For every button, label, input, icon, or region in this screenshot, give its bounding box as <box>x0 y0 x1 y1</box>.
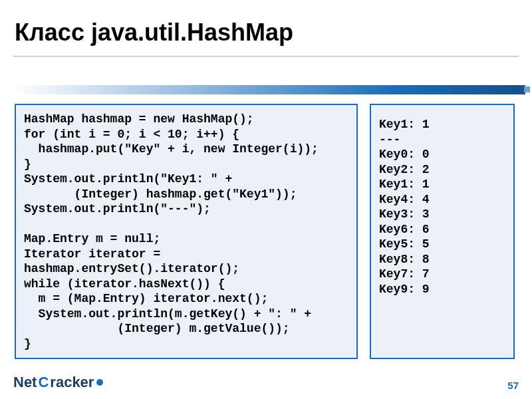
logo-net: Net <box>13 374 37 391</box>
footer: NetCracker 57 <box>13 374 519 391</box>
corner-square-icon <box>524 86 530 92</box>
output-block-right: Key1: 1 --- Key0: 0 Key2: 2 Key1: 1 Key4… <box>370 104 515 359</box>
gradient-bar <box>13 85 525 94</box>
slide: Класс java.util.HashMap HashMap hashmap … <box>0 0 532 399</box>
logo-c: C <box>38 374 49 391</box>
logo-dot-icon <box>96 379 103 386</box>
title-divider <box>13 56 519 57</box>
content-area: HashMap hashmap = new HashMap(); for (in… <box>15 104 515 359</box>
netcracker-logo: NetCracker <box>13 374 103 391</box>
page-number: 57 <box>507 380 519 391</box>
logo-cracker: racker <box>50 374 94 391</box>
code-block-left: HashMap hashmap = new HashMap(); for (in… <box>15 104 358 359</box>
slide-title: Класс java.util.HashMap <box>0 0 532 53</box>
